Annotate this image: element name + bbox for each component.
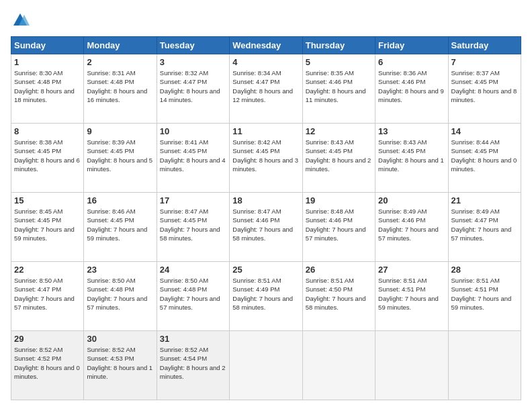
daylight-label: Daylight: 8 hours and 1 minute. bbox=[87, 364, 152, 380]
day-number: 19 bbox=[306, 195, 372, 205]
sunrise-label: Sunrise: 8:50 AM bbox=[87, 277, 135, 284]
calendar-week-1: 1 Sunrise: 8:30 AM Sunset: 4:48 PM Dayli… bbox=[11, 54, 521, 124]
day-info: Sunrise: 8:49 AM Sunset: 4:47 PM Dayligh… bbox=[451, 207, 518, 242]
day-number: 28 bbox=[451, 265, 518, 275]
sunrise-label: Sunrise: 8:37 AM bbox=[451, 69, 500, 77]
sunrise-label: Sunrise: 8:34 AM bbox=[232, 69, 281, 77]
calendar-cell: 6 Sunrise: 8:36 AM Sunset: 4:46 PM Dayli… bbox=[375, 54, 448, 124]
daylight-label: Daylight: 7 hours and 57 minutes. bbox=[451, 226, 512, 242]
sunrise-label: Sunrise: 8:50 AM bbox=[14, 277, 62, 284]
calendar-cell: 21 Sunrise: 8:49 AM Sunset: 4:47 PM Dayl… bbox=[448, 193, 521, 262]
day-number: 2 bbox=[87, 57, 153, 67]
sunrise-label: Sunrise: 8:46 AM bbox=[87, 208, 135, 215]
sunrise-label: Sunrise: 8:41 AM bbox=[160, 138, 208, 146]
sunrise-label: Sunrise: 8:35 AM bbox=[306, 69, 354, 77]
sunset-label: Sunset: 4:47 PM bbox=[232, 78, 279, 85]
day-info: Sunrise: 8:50 AM Sunset: 4:47 PM Dayligh… bbox=[14, 276, 81, 312]
sunset-label: Sunset: 4:45 PM bbox=[160, 147, 207, 154]
sunset-label: Sunset: 4:52 PM bbox=[14, 355, 61, 362]
calendar-cell: 1 Sunrise: 8:30 AM Sunset: 4:48 PM Dayli… bbox=[11, 54, 84, 124]
sunrise-label: Sunrise: 8:50 AM bbox=[160, 277, 208, 284]
daylight-label: Daylight: 8 hours and 3 minutes. bbox=[232, 156, 298, 173]
daylight-label: Daylight: 7 hours and 57 minutes. bbox=[14, 295, 75, 311]
sunrise-label: Sunrise: 8:49 AM bbox=[378, 208, 427, 215]
calendar-cell bbox=[448, 331, 521, 400]
calendar-cell: 4 Sunrise: 8:34 AM Sunset: 4:47 PM Dayli… bbox=[230, 54, 302, 124]
sunset-label: Sunset: 4:45 PM bbox=[306, 147, 353, 154]
day-number: 1 bbox=[14, 57, 81, 67]
day-info: Sunrise: 8:50 AM Sunset: 4:48 PM Dayligh… bbox=[160, 276, 226, 312]
calendar-cell: 27 Sunrise: 8:51 AM Sunset: 4:51 PM Dayl… bbox=[375, 262, 448, 331]
day-number: 18 bbox=[232, 195, 299, 205]
daylight-label: Daylight: 7 hours and 59 minutes. bbox=[378, 295, 439, 311]
sunset-label: Sunset: 4:45 PM bbox=[232, 147, 279, 154]
day-number: 10 bbox=[160, 126, 226, 136]
calendar-cell: 16 Sunrise: 8:46 AM Sunset: 4:45 PM Dayl… bbox=[84, 193, 157, 262]
day-info: Sunrise: 8:51 AM Sunset: 4:49 PM Dayligh… bbox=[232, 276, 299, 312]
calendar-cell: 15 Sunrise: 8:45 AM Sunset: 4:45 PM Dayl… bbox=[11, 193, 84, 262]
calendar-week-3: 15 Sunrise: 8:45 AM Sunset: 4:45 PM Dayl… bbox=[11, 193, 521, 262]
sunrise-label: Sunrise: 8:47 AM bbox=[160, 208, 208, 215]
day-info: Sunrise: 8:36 AM Sunset: 4:46 PM Dayligh… bbox=[378, 68, 445, 104]
daylight-label: Daylight: 8 hours and 9 minutes. bbox=[378, 87, 444, 103]
sunrise-label: Sunrise: 8:52 AM bbox=[87, 346, 135, 353]
day-number: 21 bbox=[451, 195, 518, 205]
day-number: 26 bbox=[306, 265, 372, 275]
sunset-label: Sunset: 4:47 PM bbox=[451, 216, 498, 224]
sunset-label: Sunset: 4:53 PM bbox=[87, 355, 134, 362]
daylight-label: Daylight: 8 hours and 11 minutes. bbox=[306, 87, 366, 103]
sunset-label: Sunset: 4:45 PM bbox=[451, 147, 498, 154]
sunrise-label: Sunrise: 8:45 AM bbox=[14, 208, 62, 215]
day-number: 16 bbox=[87, 195, 153, 205]
day-info: Sunrise: 8:52 AM Sunset: 4:53 PM Dayligh… bbox=[87, 345, 153, 381]
day-info: Sunrise: 8:44 AM Sunset: 4:45 PM Dayligh… bbox=[451, 138, 518, 173]
calendar-week-2: 8 Sunrise: 8:38 AM Sunset: 4:45 PM Dayli… bbox=[11, 124, 521, 193]
day-info: Sunrise: 8:52 AM Sunset: 4:52 PM Dayligh… bbox=[14, 345, 81, 381]
daylight-label: Daylight: 8 hours and 8 minutes. bbox=[451, 87, 517, 103]
calendar-header-saturday: Saturday bbox=[448, 37, 521, 54]
calendar-table: SundayMondayTuesdayWednesdayThursdayFrid… bbox=[11, 36, 521, 400]
logo-icon bbox=[11, 11, 30, 30]
day-number: 17 bbox=[160, 195, 226, 205]
sunrise-label: Sunrise: 8:51 AM bbox=[378, 277, 427, 284]
day-number: 15 bbox=[14, 195, 81, 205]
day-number: 29 bbox=[14, 334, 81, 344]
sunset-label: Sunset: 4:50 PM bbox=[306, 285, 353, 293]
calendar-week-4: 22 Sunrise: 8:50 AM Sunset: 4:47 PM Dayl… bbox=[11, 262, 521, 331]
header bbox=[11, 11, 521, 30]
day-info: Sunrise: 8:38 AM Sunset: 4:45 PM Dayligh… bbox=[14, 138, 81, 173]
daylight-label: Daylight: 8 hours and 2 minutes. bbox=[160, 364, 226, 380]
day-number: 27 bbox=[378, 265, 445, 275]
sunset-label: Sunset: 4:47 PM bbox=[160, 78, 207, 85]
day-number: 9 bbox=[87, 126, 153, 136]
day-info: Sunrise: 8:45 AM Sunset: 4:45 PM Dayligh… bbox=[14, 207, 81, 242]
daylight-label: Daylight: 8 hours and 16 minutes. bbox=[87, 87, 147, 103]
day-number: 5 bbox=[306, 57, 372, 67]
calendar-cell: 28 Sunrise: 8:51 AM Sunset: 4:51 PM Dayl… bbox=[448, 262, 521, 331]
sunset-label: Sunset: 4:48 PM bbox=[160, 285, 207, 293]
sunset-label: Sunset: 4:49 PM bbox=[232, 285, 279, 293]
calendar-cell: 10 Sunrise: 8:41 AM Sunset: 4:45 PM Dayl… bbox=[157, 124, 229, 193]
day-info: Sunrise: 8:37 AM Sunset: 4:45 PM Dayligh… bbox=[451, 68, 518, 104]
calendar-cell: 2 Sunrise: 8:31 AM Sunset: 4:48 PM Dayli… bbox=[84, 54, 157, 124]
day-number: 22 bbox=[14, 265, 81, 275]
sunrise-label: Sunrise: 8:49 AM bbox=[451, 208, 500, 215]
day-number: 25 bbox=[232, 265, 299, 275]
sunset-label: Sunset: 4:48 PM bbox=[14, 78, 61, 85]
day-info: Sunrise: 8:52 AM Sunset: 4:54 PM Dayligh… bbox=[160, 345, 226, 381]
sunset-label: Sunset: 4:48 PM bbox=[87, 78, 134, 85]
page: SundayMondayTuesdayWednesdayThursdayFrid… bbox=[0, 0, 532, 411]
calendar-cell: 31 Sunrise: 8:52 AM Sunset: 4:54 PM Dayl… bbox=[157, 331, 229, 400]
daylight-label: Daylight: 7 hours and 57 minutes. bbox=[160, 295, 220, 311]
day-info: Sunrise: 8:43 AM Sunset: 4:45 PM Dayligh… bbox=[378, 138, 445, 173]
day-info: Sunrise: 8:48 AM Sunset: 4:46 PM Dayligh… bbox=[306, 207, 372, 242]
calendar-cell: 7 Sunrise: 8:37 AM Sunset: 4:45 PM Dayli… bbox=[448, 54, 521, 124]
sunrise-label: Sunrise: 8:42 AM bbox=[232, 138, 281, 146]
day-info: Sunrise: 8:35 AM Sunset: 4:46 PM Dayligh… bbox=[306, 68, 372, 104]
calendar-cell: 29 Sunrise: 8:52 AM Sunset: 4:52 PM Dayl… bbox=[11, 331, 84, 400]
sunrise-label: Sunrise: 8:36 AM bbox=[378, 69, 427, 77]
daylight-label: Daylight: 8 hours and 2 minutes. bbox=[306, 156, 371, 173]
sunset-label: Sunset: 4:45 PM bbox=[160, 216, 207, 224]
calendar-cell: 22 Sunrise: 8:50 AM Sunset: 4:47 PM Dayl… bbox=[11, 262, 84, 331]
daylight-label: Daylight: 7 hours and 59 minutes. bbox=[14, 226, 75, 242]
